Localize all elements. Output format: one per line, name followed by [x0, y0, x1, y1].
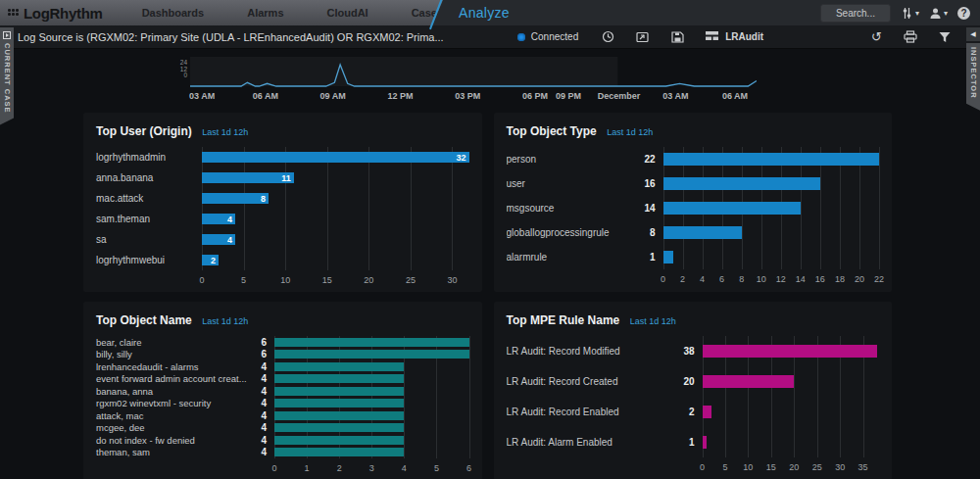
layout-selector[interactable]: LRAudit [706, 31, 763, 42]
timeline-x-label: December [598, 91, 641, 101]
category-label: lrenhancedaudit - alarms [96, 360, 255, 373]
navbar-tools: Search... ▾ ▾ ? [820, 4, 980, 23]
bar-row [663, 171, 880, 196]
bar[interactable] [703, 436, 708, 449]
category-label: attack, mac [96, 409, 255, 422]
current-case-tab-label: CURRENT CASE [3, 43, 12, 114]
bar[interactable] [274, 436, 404, 445]
chart-title: Top Object Type [507, 124, 597, 138]
category-label: logrhythmwebui [96, 250, 202, 270]
right-rail: ◀ INSPECTOR [966, 27, 980, 111]
bar[interactable] [663, 251, 673, 263]
bar[interactable] [663, 202, 801, 215]
bar[interactable] [274, 350, 469, 359]
bar[interactable] [274, 423, 404, 432]
bar[interactable] [663, 153, 880, 166]
x-tick-label: 10 [757, 274, 766, 284]
x-tick-label: 6 [466, 463, 471, 473]
bar-value-label: 32 [456, 153, 466, 163]
time-range-button[interactable] [602, 30, 614, 43]
category-label: LR Audit: Alarm Enabled [507, 427, 675, 457]
bar-row [703, 366, 880, 397]
bar[interactable]: 11 [202, 172, 294, 183]
bar[interactable] [274, 399, 404, 407]
user-menu[interactable]: ▾ [929, 7, 948, 20]
search-query-text[interactable]: Log Source is (RGXM02: Primary Site (UDL… [18, 31, 517, 43]
category-label: mac.attack [96, 188, 202, 209]
bar-row [663, 220, 880, 245]
x-tick-label: 15 [766, 462, 776, 472]
bar-value-label: 4 [227, 235, 232, 245]
category-label: LR Audit: Record Enabled [507, 397, 675, 427]
bar[interactable] [274, 362, 404, 371]
inspector-tab[interactable]: INSPECTOR [966, 43, 980, 111]
timeline-x-axis: 03 AM06 AM09 AM12 PM03 PM06 PM09 PMDecem… [190, 88, 757, 103]
menu-item-alarms[interactable]: Alarms [225, 7, 305, 19]
navbar: LogRhythm Dashboards Alarms CloudAI Case… [0, 0, 980, 25]
bar[interactable] [274, 338, 469, 347]
bar[interactable] [663, 226, 742, 239]
category-label: rgxm02 winevtxml - security [96, 398, 255, 410]
x-tick-label: 0 [661, 274, 665, 284]
timeline-x-label: 03 AM [189, 91, 215, 101]
open-in-new-button[interactable] [636, 31, 650, 43]
help-icon[interactable]: ? [957, 7, 970, 20]
bar-value-label: 4 [227, 215, 232, 224]
bar[interactable]: 8 [202, 193, 269, 204]
bar-row [663, 196, 880, 220]
bar[interactable]: 32 [202, 152, 469, 163]
bar-row: 2 [202, 250, 469, 270]
x-tick-label: 4 [700, 274, 705, 284]
bar[interactable] [663, 177, 820, 190]
print-button[interactable] [904, 30, 917, 43]
filter-bar-controls: Connected LRAudit [517, 30, 964, 43]
bar-row [274, 422, 469, 435]
chart-period-label: Last 1d 12h [202, 316, 248, 326]
bar[interactable] [703, 375, 795, 388]
bar[interactable] [703, 345, 877, 358]
collapse-inspector-button[interactable]: ◀ [966, 27, 980, 41]
bar[interactable] [274, 411, 404, 420]
value-label: 16 [636, 171, 663, 196]
x-tick-label: 2 [337, 463, 342, 473]
bar-value-label: 2 [211, 256, 216, 265]
x-tick-label: 5 [241, 275, 246, 285]
menu-item-cloudai[interactable]: CloudAI [306, 7, 390, 19]
timeline-plot[interactable]: 03 AM06 AM09 AM12 PM03 PM06 PM09 PMDecem… [190, 57, 757, 103]
filter-bar-tools: ↺ [871, 30, 951, 43]
x-tick-label: 12 [776, 274, 786, 284]
category-label: banana, anna [96, 385, 255, 398]
chart-header: Top Object Type Last 1d 12h [507, 121, 880, 139]
bar[interactable]: 2 [202, 255, 219, 265]
bar-row: 8 [202, 188, 469, 209]
chart-title: Top Object Name [96, 313, 192, 327]
menu-item-dashboards[interactable]: Dashboards [121, 7, 226, 19]
category-label: person [507, 147, 636, 171]
bar[interactable]: 4 [202, 214, 235, 224]
logrhythm-logo[interactable]: LogRhythm [8, 5, 103, 22]
save-search-button[interactable] [671, 31, 684, 43]
filter-button[interactable] [939, 31, 951, 43]
x-tick-label: 3 [369, 463, 374, 473]
bar-row [274, 385, 469, 398]
bar[interactable] [274, 448, 404, 456]
bar[interactable] [703, 406, 711, 418]
bar[interactable]: 4 [202, 234, 235, 245]
category-label: bear, claire [96, 336, 255, 349]
connection-status-label: Connected [531, 31, 578, 42]
bar-value-label: 11 [281, 173, 291, 183]
undo-icon[interactable]: ↺ [871, 30, 882, 43]
display-settings-menu[interactable]: ▾ [901, 7, 919, 20]
chart-title: Top MPE Rule Name [507, 313, 620, 327]
x-tick-label: 10 [743, 462, 753, 472]
value-label: 4 [255, 409, 274, 422]
tab-analyze-active[interactable]: Analyze [459, 5, 510, 21]
bar[interactable] [274, 387, 404, 396]
current-case-tab[interactable]: CURRENT CASE [0, 27, 14, 125]
chart-top-mpe-rule-name: Top MPE Rule Name Last 1d 12h LR Audit: … [494, 302, 893, 479]
search-button[interactable]: Search... [820, 4, 891, 23]
x-tick-label: 0 [199, 275, 204, 285]
timeline-x-label: 12 PM [387, 91, 413, 101]
bar[interactable] [274, 374, 404, 383]
bar-row [703, 427, 880, 457]
